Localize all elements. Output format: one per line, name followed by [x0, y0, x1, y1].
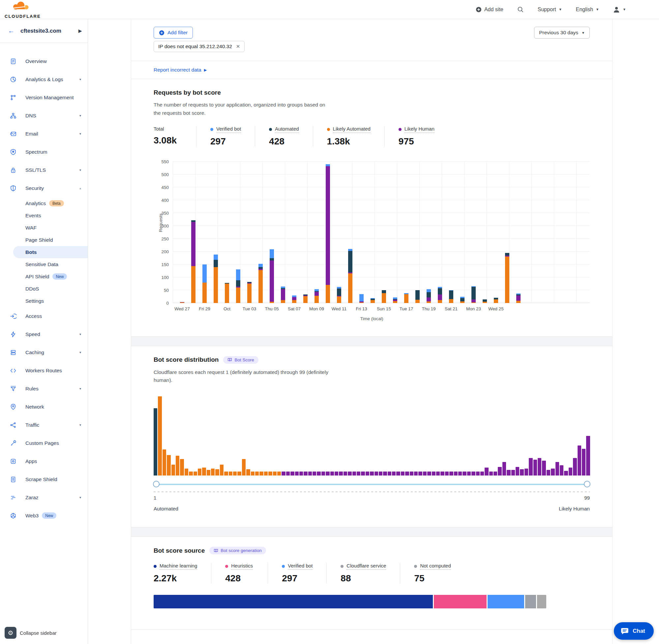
histogram-bar-score-65[interactable]: [436, 472, 440, 476]
stacked-bar[interactable]: Fri 13: [359, 294, 363, 303]
chat-button[interactable]: Chat: [614, 622, 654, 640]
add-site-button[interactable]: Add site: [476, 6, 503, 13]
histogram-bar-score-13[interactable]: [207, 470, 210, 476]
filter-chip[interactable]: IP does not equal 35.212.240.32 ✕: [154, 41, 244, 52]
histogram-bar-score-37[interactable]: [312, 472, 316, 476]
histogram-bar-score-20[interactable]: [237, 472, 241, 476]
histogram-bar-score-48[interactable]: [361, 472, 364, 476]
stacked-bar[interactable]: [191, 220, 195, 303]
histogram-bar-score-32[interactable]: [290, 472, 294, 476]
histogram-bar-score-44[interactable]: [344, 472, 347, 476]
histogram-bar-score-31[interactable]: [286, 472, 290, 476]
support-menu[interactable]: Support ▼: [538, 6, 562, 13]
histogram-bar-score-64[interactable]: [432, 472, 436, 476]
sidebar-subitem-sensitive-data[interactable]: Sensitive Data: [0, 258, 88, 270]
histogram-bar-score-75[interactable]: [480, 472, 484, 476]
stacked-bar[interactable]: Mon 23: [471, 286, 476, 303]
remove-filter-icon[interactable]: ✕: [236, 44, 240, 49]
histogram-bar-score-54[interactable]: [388, 472, 391, 476]
sidebar-subitem-events[interactable]: Events: [0, 209, 88, 222]
histogram-bar-score-43[interactable]: [339, 472, 343, 476]
histogram-bar-score-42[interactable]: [335, 472, 338, 476]
stacked-bar[interactable]: [393, 297, 397, 303]
collapse-sidebar-label[interactable]: Collapse sidebar: [20, 630, 57, 636]
histogram-bar-score-50[interactable]: [370, 472, 374, 476]
histogram-bar-score-90[interactable]: [547, 470, 550, 476]
histogram-bar-score-88[interactable]: [538, 458, 541, 476]
report-incorrect-data-link[interactable]: Report incorrect data ▶: [154, 67, 207, 73]
sidebar-subitem-waf[interactable]: WAF: [0, 222, 88, 234]
histogram-bar-score-29[interactable]: [277, 472, 281, 476]
sidebar-item-workers-routes[interactable]: Workers Routes: [0, 362, 88, 380]
histogram-bar-score-6[interactable]: [176, 456, 179, 476]
sidebar-item-version-management[interactable]: Version Management: [0, 88, 88, 107]
source-segment-heuristics[interactable]: [434, 595, 487, 608]
histogram-bar-score-97[interactable]: [578, 445, 581, 476]
histogram-bar-score-22[interactable]: [246, 469, 250, 476]
stacked-bar[interactable]: [438, 287, 442, 303]
sidebar-subitem-analytics[interactable]: AnalyticsBeta: [0, 197, 88, 209]
histogram-bar-score-68[interactable]: [449, 472, 453, 476]
stacked-bar[interactable]: Sat 07: [292, 296, 297, 303]
histogram-bar-score-61[interactable]: [418, 472, 422, 476]
histogram-bar-score-5[interactable]: [171, 465, 175, 476]
histogram-bar-score-19[interactable]: [233, 472, 237, 476]
histogram-bar-score-27[interactable]: [268, 472, 272, 476]
slider-handle-min[interactable]: [153, 481, 160, 487]
stacked-bar[interactable]: [505, 253, 509, 303]
histogram-bar-score-38[interactable]: [317, 472, 321, 476]
stacked-bar[interactable]: [371, 298, 375, 303]
histogram-bar-score-45[interactable]: [348, 472, 351, 476]
search-button[interactable]: [517, 6, 524, 13]
histogram-bar-score-52[interactable]: [379, 472, 382, 476]
histogram-bar-score-69[interactable]: [454, 472, 457, 476]
histogram-bar-score-78[interactable]: [494, 472, 497, 476]
sidebar-subitem-api-shield[interactable]: API ShieldNew: [0, 270, 88, 282]
histogram-bar-score-28[interactable]: [273, 472, 277, 476]
histogram-bar-score-25[interactable]: [259, 472, 263, 476]
histogram-bar-score-10[interactable]: [193, 472, 197, 476]
histogram-bar-score-23[interactable]: [251, 472, 255, 476]
stacked-bar[interactable]: [214, 255, 218, 303]
histogram-bar-score-46[interactable]: [352, 472, 356, 476]
account-menu[interactable]: ▼: [613, 6, 626, 13]
histogram-bar-score-11[interactable]: [198, 468, 202, 476]
histogram-bar-score-49[interactable]: [366, 472, 369, 476]
stacked-bar[interactable]: Wed 25: [494, 298, 498, 303]
source-segment-not-computed[interactable]: [537, 595, 546, 608]
cloudflare-logo[interactable]: CLOUDFLARE: [5, 1, 41, 19]
histogram-bar-score-33[interactable]: [295, 472, 299, 476]
histogram-bar-score-9[interactable]: [189, 472, 192, 476]
histogram-bar-score-4[interactable]: [167, 455, 170, 476]
histogram-bar-score-74[interactable]: [476, 472, 480, 476]
histogram-bar-score-84[interactable]: [520, 469, 523, 476]
histogram-bar-score-26[interactable]: [264, 472, 268, 476]
histogram-bar-score-53[interactable]: [383, 472, 387, 476]
sidebar-item-spectrum[interactable]: Spectrum: [0, 143, 88, 161]
stacked-bar[interactable]: Oct: [225, 283, 229, 303]
histogram-bar-score-77[interactable]: [489, 472, 493, 476]
stacked-bar[interactable]: [516, 294, 521, 303]
histogram-bar-score-1[interactable]: [154, 408, 157, 476]
stacked-bar[interactable]: Mon 09: [314, 289, 319, 303]
histogram-bar-score-18[interactable]: [229, 472, 232, 476]
bot-score-pill[interactable]: Bot Score: [223, 356, 258, 364]
sidebar-item-web3[interactable]: Web3New: [0, 506, 88, 525]
histogram-bar-score-41[interactable]: [330, 472, 334, 476]
histogram-bar-score-66[interactable]: [441, 472, 444, 476]
histogram-bar-score-71[interactable]: [463, 472, 466, 476]
sidebar-item-overview[interactable]: Overview: [0, 52, 88, 70]
chevron-right-icon[interactable]: ▶: [78, 28, 82, 33]
sidebar-item-dns[interactable]: DNS▾: [0, 107, 88, 125]
stacked-bar[interactable]: Thu 05: [270, 249, 274, 303]
sidebar-item-scrape-shield[interactable]: Scrape Shield: [0, 470, 88, 488]
histogram-bar-score-55[interactable]: [392, 472, 396, 476]
stacked-bar[interactable]: [326, 164, 330, 303]
histogram-bar-score-2[interactable]: [158, 396, 162, 476]
histogram-bar-score-17[interactable]: [224, 472, 228, 476]
sidebar-item-email[interactable]: Email▾: [0, 125, 88, 143]
histogram-bar-score-96[interactable]: [573, 458, 576, 476]
sidebar-item-custom-pages[interactable]: Custom Pages: [0, 434, 88, 452]
sidebar-subitem-ddos[interactable]: DDoS: [0, 282, 88, 295]
sidebar-item-analytics-logs[interactable]: Analytics & Logs▾: [0, 70, 88, 88]
